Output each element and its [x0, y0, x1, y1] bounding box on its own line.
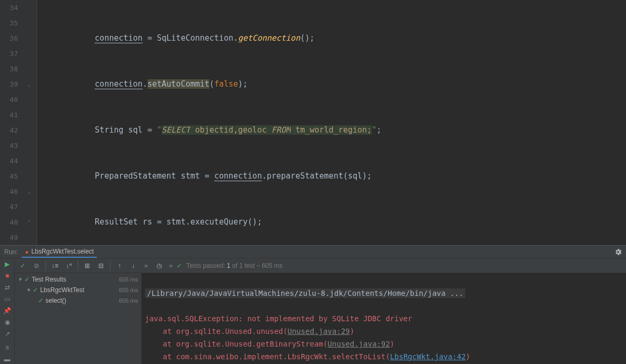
show-ignored-icon[interactable]: ⊘ [31, 260, 42, 272]
run-tool-window: Run: ⬥ LbsRgcWktTest.select ▶ ■ ⇄ ▭ 📌 ◉ … [0, 245, 626, 364]
layout-icon[interactable]: ▭ [2, 294, 13, 304]
fold-icon[interactable]: ⌃ [27, 219, 31, 225]
line-gutter: 34 35 36 37 38 39 40 41 42 43 44 45 46 4… [0, 0, 24, 245]
exception-line: java.sql.SQLException: not implemented b… [145, 314, 412, 323]
settings-icon[interactable] [614, 248, 622, 256]
code-area[interactable]: connection = SqLiteConnection.getConnect… [37, 0, 626, 245]
code-editor[interactable]: 34 35 36 37 38 39 40 41 42 43 44 45 46 4… [0, 0, 626, 245]
stack-link[interactable]: LbsRgcWkt.java:42 [390, 352, 466, 361]
collapse-icon[interactable]: ▬ [2, 354, 13, 364]
collapse-all-icon[interactable]: ⊟ [95, 260, 107, 272]
prev-icon[interactable]: ↑ [114, 260, 125, 272]
test-toolbar: ✓ ⊘ ↓≡ ↓ᴬ ⊞ ⊟ ↑ ↓ » ◷ » ✓ Tests passed: … [15, 258, 626, 273]
command-line: /Library/Java/JavaVirtualMachines/zulu-8… [145, 288, 465, 298]
fold-column[interactable]: ⌄ ⌄ ⌃ [24, 0, 37, 245]
pin-icon[interactable]: 📌 [2, 306, 13, 315]
run-tab[interactable]: ⬥ LbsRgcWktTest.select [22, 246, 97, 258]
fold-icon[interactable]: ⌄ [27, 189, 31, 194]
toggle-icon[interactable]: ⇄ [2, 283, 13, 292]
camera-icon[interactable]: ◉ [2, 318, 13, 327]
show-passed-icon[interactable]: ✓ [17, 260, 29, 272]
run-left-toolbar: ▶ ■ ⇄ ▭ 📌 ◉ ↗ ≡ ▬ [0, 258, 15, 364]
tree-class[interactable]: ▼✓ LbsRgcWktTest605 ms [15, 285, 141, 295]
stack-link[interactable]: Unused.java:92 [328, 340, 390, 348]
stop-icon[interactable]: ■ [2, 271, 13, 281]
tree-root[interactable]: ▼✓ Test Results605 ms [15, 274, 141, 285]
run-header: Run: ⬥ LbsRgcWktTest.select [0, 246, 626, 258]
test-status: Tests passed: 1 of 1 test – 605 ms [186, 262, 282, 269]
expand-all-icon[interactable]: ⊞ [81, 260, 93, 272]
sort-icon[interactable]: ↓≡ [49, 260, 61, 272]
tree-method[interactable]: ✓ select()605 ms [15, 295, 141, 306]
run-label: Run: [4, 248, 17, 256]
sort-alpha-icon[interactable]: ↓ᴬ [63, 260, 75, 272]
expand-icon[interactable]: ≡ [2, 343, 13, 352]
export-icon[interactable]: ↗ [2, 329, 13, 339]
fold-icon[interactable]: ⌄ [27, 81, 31, 87]
history-icon[interactable]: ◷ [153, 260, 165, 272]
rerun-icon[interactable]: ▶ [2, 259, 13, 269]
test-icon: ⬥ [25, 248, 29, 255]
next-icon[interactable]: ↓ [127, 260, 139, 272]
test-tree[interactable]: ▼✓ Test Results605 ms ▼✓ LbsRgcWktTest60… [15, 273, 142, 364]
run-tab-label: LbsRgcWktTest.select [31, 248, 94, 255]
console-output[interactable]: /Library/Java/JavaVirtualMachines/zulu-8… [142, 273, 626, 364]
stack-link[interactable]: Unused.java:29 [288, 327, 350, 335]
